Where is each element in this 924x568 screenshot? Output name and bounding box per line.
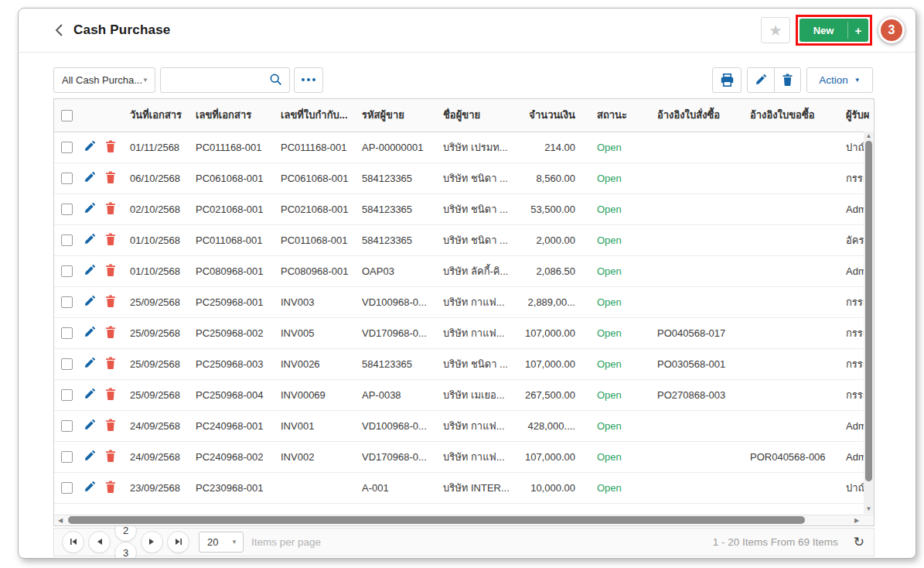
next-page-button[interactable]: [141, 531, 163, 553]
search-input[interactable]: [167, 74, 260, 86]
refresh-icon[interactable]: ↻: [854, 534, 864, 550]
last-page-button[interactable]: [167, 531, 189, 553]
cell-date: 25/09/2568: [122, 348, 188, 379]
column-date[interactable]: วันที่เอกสาร: [122, 99, 188, 132]
edit-icon[interactable]: [84, 481, 97, 495]
delete-icon[interactable]: [105, 357, 118, 371]
cell-status: Open: [585, 379, 645, 410]
delete-icon[interactable]: [105, 419, 118, 433]
select-all-checkbox[interactable]: [61, 110, 73, 121]
delete-icon[interactable]: [105, 233, 118, 248]
table-row[interactable]: 06/10/2568PC061068-001PC061068-001584123…: [54, 163, 874, 193]
plus-icon[interactable]: +: [848, 19, 868, 42]
table-row[interactable]: 25/09/2568PC250968-004INV00069AP-0038บริ…: [54, 379, 874, 410]
table-row[interactable]: 25/09/2568PC250968-001INV003VD100968-0..…: [54, 286, 874, 317]
delete-icon[interactable]: [105, 326, 118, 340]
row-checkbox[interactable]: [61, 389, 73, 401]
previous-page-button[interactable]: [88, 531, 111, 553]
cell-doc-no: PC080968-001: [188, 255, 273, 286]
edit-icon[interactable]: [84, 233, 97, 248]
cell-invoice-no: PC061068-001: [273, 163, 354, 193]
cell-vendor-code: 584123365: [354, 224, 435, 255]
scroll-right-icon[interactable]: ▶: [851, 517, 863, 524]
table-row[interactable]: 01/10/2568PC011068-001PC011068-001584123…: [54, 224, 874, 255]
row-checkbox[interactable]: [61, 204, 73, 215]
cell-pr-ref: [738, 286, 834, 317]
delete-button[interactable]: [774, 68, 800, 92]
column-po-ref[interactable]: อ้างอิงใบสั่งซื้อ: [645, 99, 738, 132]
row-checkbox[interactable]: [61, 173, 73, 184]
column-amount[interactable]: จำนวนเงิน: [517, 99, 585, 132]
more-options-button[interactable]: [294, 67, 323, 93]
row-checkbox[interactable]: [61, 358, 73, 370]
delete-icon[interactable]: [105, 140, 118, 155]
horizontal-scrollbar[interactable]: ◀ ▶: [54, 515, 874, 525]
table-row[interactable]: 23/09/2568PC230968-001A-001บริษัท INTER.…: [54, 472, 874, 503]
delete-icon[interactable]: [105, 171, 118, 186]
edit-icon[interactable]: [84, 140, 97, 155]
action-dropdown[interactable]: Action ▼: [806, 67, 873, 93]
edit-button[interactable]: [748, 68, 774, 92]
search-icon[interactable]: [269, 73, 283, 87]
cell-doc-no: PC011168-001: [188, 132, 273, 163]
edit-icon[interactable]: [84, 202, 97, 217]
first-page-button[interactable]: [62, 531, 84, 553]
delete-icon[interactable]: [105, 202, 118, 217]
view-filter-dropdown[interactable]: All Cash Purcha... ▼: [53, 67, 155, 93]
edit-icon[interactable]: [84, 357, 97, 371]
print-button[interactable]: [712, 67, 742, 93]
delete-icon[interactable]: [105, 388, 118, 402]
row-checkbox[interactable]: [61, 142, 73, 153]
delete-icon[interactable]: [105, 295, 118, 310]
row-checkbox[interactable]: [61, 234, 73, 246]
cell-vendor-code: VD100968-0...: [354, 410, 435, 441]
cell-date: 24/09/2568: [122, 410, 188, 441]
row-checkbox[interactable]: [61, 327, 73, 339]
column-vendor-code[interactable]: รหัสผู้ขาย: [354, 99, 435, 132]
ellipsis-icon: [302, 78, 305, 81]
delete-icon[interactable]: [105, 264, 118, 279]
table-row[interactable]: 24/09/2568PC240968-002INV002VD170968-0..…: [54, 441, 874, 472]
edit-icon[interactable]: [84, 295, 97, 310]
delete-icon[interactable]: [105, 481, 118, 495]
delete-icon[interactable]: [105, 450, 118, 464]
table-row[interactable]: 24/09/2568PC240968-001INV001VD100968-0..…: [54, 410, 874, 441]
row-checkbox[interactable]: [61, 420, 73, 432]
cell-po-ref: [645, 224, 738, 255]
column-pr-ref[interactable]: อ้างอิงใบขอซื้อ: [738, 99, 834, 132]
column-status[interactable]: สถานะ: [585, 99, 645, 132]
edit-icon[interactable]: [84, 419, 97, 433]
table-row[interactable]: 02/10/2568PC021068-001PC021068-001584123…: [54, 193, 874, 224]
edit-icon[interactable]: [84, 171, 97, 186]
horizontal-scroll-thumb[interactable]: [68, 516, 805, 524]
tutorial-highlight-box: New +: [796, 15, 872, 46]
new-button[interactable]: New +: [800, 19, 868, 42]
page-button-3[interactable]: 3: [114, 542, 137, 559]
scroll-left-icon[interactable]: ◀: [54, 517, 66, 524]
column-doc-no[interactable]: เลขที่เอกสาร: [188, 99, 273, 132]
cell-doc-no: PC250968-003: [188, 348, 273, 379]
row-checkbox[interactable]: [61, 451, 73, 463]
table-row[interactable]: 01/10/2568PC080968-001PC080968-001OAP03บ…: [54, 255, 874, 286]
table-row[interactable]: 25/09/2568PC250968-003INV0026584123365บร…: [54, 348, 874, 379]
scroll-down-icon[interactable]: ▼: [864, 505, 874, 514]
edit-icon[interactable]: [84, 388, 97, 402]
edit-icon[interactable]: [84, 450, 97, 464]
edit-icon[interactable]: [84, 264, 97, 279]
table-row[interactable]: 25/09/2568PC250968-002INV005VD170968-0..…: [54, 317, 874, 348]
favorite-button[interactable]: ★: [761, 17, 790, 43]
vertical-scrollbar[interactable]: ▲ ▼: [864, 132, 874, 514]
edit-icon[interactable]: [84, 326, 97, 340]
scroll-up-icon[interactable]: ▲: [864, 132, 874, 141]
column-invoice-no[interactable]: เลขที่ใบกำกับ...: [273, 99, 354, 132]
cell-vendor-name: บริษัท ลัคกี้-คิ...: [435, 255, 517, 286]
row-checkbox[interactable]: [61, 265, 73, 277]
row-checkbox[interactable]: [61, 482, 73, 494]
row-checkbox[interactable]: [61, 296, 73, 308]
table-row[interactable]: 01/11/2568PC011168-001PC011168-001AP-000…: [54, 132, 874, 163]
items-per-page-select[interactable]: 20 ▼: [199, 532, 244, 553]
vertical-scroll-thumb[interactable]: [865, 141, 872, 481]
back-icon[interactable]: [55, 23, 64, 37]
column-vendor-name[interactable]: ชื่อผู้ขาย: [435, 99, 517, 132]
column-responsible[interactable]: ผู้รับผ: [834, 99, 874, 132]
